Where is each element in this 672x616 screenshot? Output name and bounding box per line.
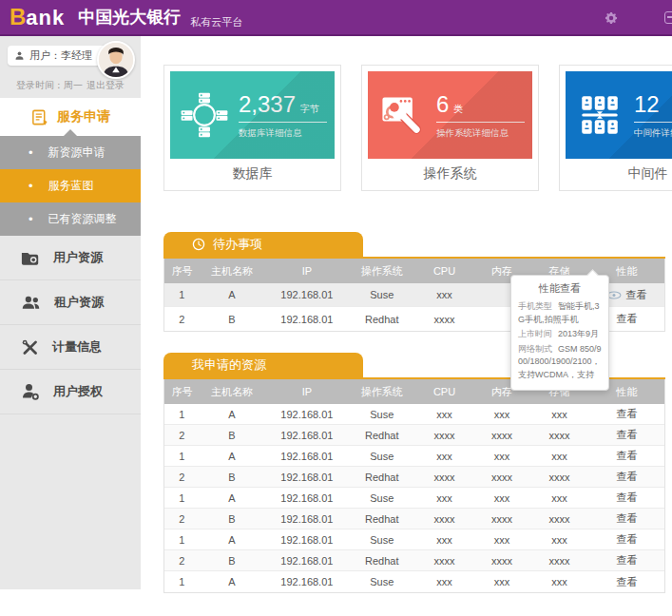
view-link[interactable]: 查看 [589, 428, 664, 442]
stat-cards: 2,337 字节 数据库详细信息 数据库 [163, 65, 672, 191]
message-icon[interactable] [664, 11, 672, 24]
user-label: 用户：李经理 [29, 48, 92, 63]
cell-host: B [200, 314, 264, 325]
tab-applied-resources[interactable]: 我申请的资源 [163, 353, 363, 377]
applied-table: 序号主机名称IP操作系统CPU内存存储性能 1 A 192.168.01 Sus… [163, 379, 665, 593]
cell-no: 2 [164, 314, 200, 325]
cell-ip: 192.168.01 [264, 513, 349, 525]
cell-cpu: xxxx [414, 555, 474, 567]
column-header: IP [264, 386, 349, 397]
users-icon [21, 295, 41, 311]
cell-cpu: xxxx [414, 472, 474, 483]
sidebar-item-user-authorization[interactable]: 用户授权 [0, 370, 141, 414]
cell-cpu: xxx [414, 451, 474, 462]
nav-label: 计量信息 [52, 338, 102, 356]
cell-mem: xxx [474, 492, 529, 504]
tab-todo[interactable]: 待办事项 [163, 232, 363, 257]
gear-icon[interactable] [604, 10, 619, 29]
cell-storage: xxxx [529, 555, 589, 567]
cell-os: Redhat [350, 513, 414, 525]
middleware-count: 12 [634, 91, 660, 118]
view-link[interactable]: 查看 [589, 470, 664, 484]
nav-label: 用户资源 [53, 249, 103, 266]
divider [239, 122, 327, 123]
sidebar-item-tenant-resources[interactable]: 租户资源 [0, 280, 141, 325]
submenu-item-new-resource[interactable]: • 新资源申请 [0, 136, 141, 169]
card-middleware[interactable]: 12 中间件详细信息 中间件 [559, 65, 672, 191]
column-header: 操作系统 [350, 385, 414, 399]
applied-table-body: 1 A 192.168.01 Suse xxx xxx xxx 查看 2 B 1… [164, 404, 664, 592]
cell-no: 1 [164, 576, 200, 587]
card-database[interactable]: 2,337 字节 数据库详细信息 数据库 [163, 65, 341, 191]
cell-cpu: xxxx [414, 513, 474, 525]
table-row: 1 A 192.168.01 Suse xxx xxx xxx 查看 [164, 529, 664, 550]
view-link[interactable]: 查看 [589, 407, 664, 421]
cell-no: 1 [164, 534, 200, 546]
bullet-icon: • [29, 145, 33, 160]
logout-link[interactable]: 退出登录 [86, 79, 125, 92]
cell-os: Suse [350, 534, 414, 546]
middleware-servers-icon [566, 91, 634, 139]
card-os-stats: 6 类 操作系统详细信息 [436, 91, 532, 140]
cell-os: Redhat [350, 555, 414, 567]
table-row: 1 A 192.168.01 Suse xxx xxx xxx 查看 [164, 404, 664, 425]
view-link[interactable]: 查看 [589, 553, 664, 568]
cell-os: Suse [350, 492, 414, 504]
table-row: 2 B 192.168.01 Redhat xxxx xxxx xxxx 查看 [164, 425, 664, 446]
bullet-icon: • [29, 179, 33, 193]
table-row: 1 A 192.168.01 Suse xxx xxx xxx 查看 [164, 446, 664, 467]
cell-ip: 192.168.01 [264, 289, 349, 300]
column-header: 序号 [164, 264, 200, 279]
cell-ip: 192.168.01 [264, 472, 349, 483]
sidebar-item-user-resources[interactable]: 用户资源 [0, 236, 141, 280]
tooltip-row-network: 网络制式GSM 850/900/1800/1900/2100，支持WCDMA，支… [518, 343, 602, 382]
cell-ip: 192.168.01 [264, 576, 349, 587]
column-header: IP [264, 265, 349, 277]
view-link[interactable]: 查看 [589, 575, 664, 589]
page: B ank 中国光大银行 私有云平台 用户：李经理 登录时间：周一 退出登录 [0, 0, 672, 616]
cell-no: 2 [164, 472, 200, 483]
card-middleware-caption: 中间件 [566, 159, 672, 184]
card-database-caption: 数据库 [170, 159, 335, 184]
submenu-item-adjust-resource[interactable]: • 已有资源调整 [0, 202, 141, 236]
cell-os: Suse [350, 451, 414, 462]
avatar [97, 41, 135, 79]
tooltip-label: 上市时间 [518, 329, 552, 338]
submenu-item-service-blueprint[interactable]: • 服务蓝图 [0, 169, 141, 202]
cell-mem: xxx [474, 409, 529, 420]
cell-storage: xxxx [529, 472, 589, 483]
view-link[interactable]: 查看 [589, 511, 664, 526]
cell-storage: xxx [529, 492, 589, 504]
sidebar-item-metering-info[interactable]: 计量信息 [0, 325, 141, 370]
cell-cpu: xxx [414, 534, 474, 546]
submenu-label: 服务蓝图 [48, 178, 94, 194]
user-auth-icon [21, 382, 40, 401]
os-desc: 操作系统详细信息 [436, 127, 525, 140]
cell-ip: 192.168.01 [264, 430, 349, 441]
card-os[interactable]: 6 类 操作系统详细信息 操作系统 [361, 65, 539, 191]
cell-no: 1 [164, 409, 200, 420]
cell-ip: 192.168.01 [264, 534, 349, 546]
view-link[interactable]: 查看 [589, 532, 664, 547]
card-os-caption: 操作系统 [368, 159, 532, 184]
cell-os: Redhat [350, 472, 414, 483]
service-submenu: • 新资源申请 • 服务蓝图 • 已有资源调整 [0, 136, 141, 236]
cell-storage: xxxx [529, 430, 589, 441]
cell-storage: xxx [529, 576, 589, 587]
clock-icon [192, 238, 205, 251]
cell-mem: xxxx [474, 472, 529, 483]
platform-title: 私有云平台 [190, 15, 242, 29]
cell-os: Redhat [350, 314, 414, 325]
view-link[interactable]: 查看 [589, 449, 664, 463]
submenu-label: 新资源申请 [48, 144, 106, 161]
os-unit: 类 [453, 103, 463, 116]
cell-ip: 192.168.01 [264, 451, 349, 462]
cell-ip: 192.168.01 [264, 409, 349, 420]
column-header: 序号 [164, 385, 200, 399]
cell-os: Suse [350, 409, 414, 420]
view-link[interactable]: 查看 [589, 491, 664, 505]
bank-logo: B ank [10, 4, 65, 30]
cell-cpu: xxxx [414, 430, 474, 441]
card-database-body: 2,337 字节 数据库详细信息 [170, 71, 335, 159]
os-count: 6 [436, 91, 449, 118]
